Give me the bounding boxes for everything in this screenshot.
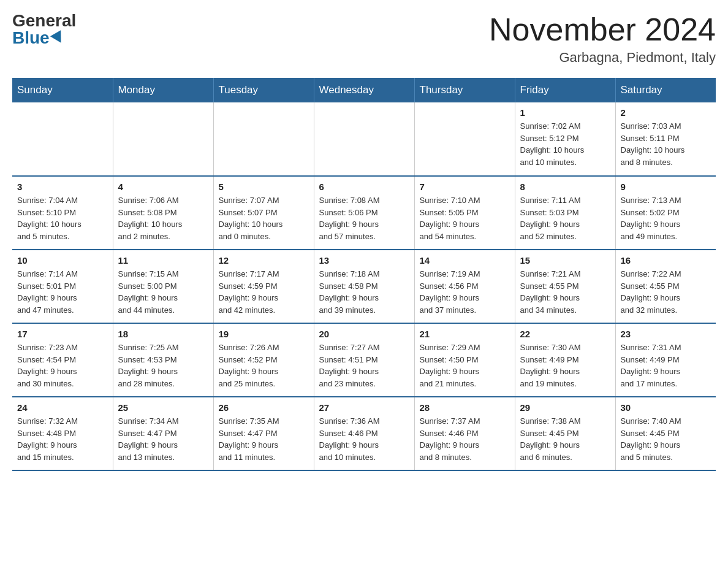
calendar-cell: 23Sunrise: 7:31 AM Sunset: 4:49 PM Dayli…: [615, 323, 716, 397]
day-number: 29: [520, 402, 610, 413]
calendar-cell: 21Sunrise: 7:29 AM Sunset: 4:50 PM Dayli…: [414, 323, 515, 397]
day-number: 13: [319, 255, 409, 266]
day-number: 27: [319, 402, 409, 413]
calendar-cell: 29Sunrise: 7:38 AM Sunset: 4:45 PM Dayli…: [515, 397, 615, 470]
day-info: Sunrise: 7:30 AM Sunset: 4:49 PM Dayligh…: [520, 342, 610, 389]
calendar-cell: [213, 102, 314, 176]
day-info: Sunrise: 7:17 AM Sunset: 4:59 PM Dayligh…: [219, 268, 309, 316]
calendar-cell: 7Sunrise: 7:10 AM Sunset: 5:05 PM Daylig…: [414, 176, 515, 250]
day-number: 25: [118, 402, 208, 413]
day-number: 17: [17, 329, 108, 339]
header-cell-wednesday: Wednesday: [314, 78, 414, 102]
day-info: Sunrise: 7:19 AM Sunset: 4:56 PM Dayligh…: [420, 268, 510, 316]
calendar-cell: 12Sunrise: 7:17 AM Sunset: 4:59 PM Dayli…: [213, 250, 314, 323]
calendar-cell: 1Sunrise: 7:02 AM Sunset: 5:12 PM Daylig…: [515, 102, 615, 176]
day-info: Sunrise: 7:11 AM Sunset: 5:03 PM Dayligh…: [520, 194, 610, 242]
calendar-cell: 27Sunrise: 7:36 AM Sunset: 4:46 PM Dayli…: [314, 397, 414, 470]
day-info: Sunrise: 7:40 AM Sunset: 4:45 PM Dayligh…: [621, 415, 711, 463]
week-row-1: 1Sunrise: 7:02 AM Sunset: 5:12 PM Daylig…: [12, 102, 716, 176]
logo-blue-text: Blue: [12, 29, 64, 47]
day-info: Sunrise: 7:13 AM Sunset: 5:02 PM Dayligh…: [621, 194, 711, 242]
day-info: Sunrise: 7:22 AM Sunset: 4:55 PM Dayligh…: [621, 268, 711, 316]
page-header: General Blue November 2024 Garbagna, Pie…: [12, 12, 716, 66]
calendar-cell: 19Sunrise: 7:26 AM Sunset: 4:52 PM Dayli…: [213, 323, 314, 397]
calendar-cell: 10Sunrise: 7:14 AM Sunset: 5:01 PM Dayli…: [12, 250, 113, 323]
calendar-cell: 25Sunrise: 7:34 AM Sunset: 4:47 PM Dayli…: [113, 397, 213, 470]
title-section: November 2024 Garbagna, Piedmont, Italy: [489, 12, 716, 66]
day-number: 30: [621, 402, 711, 413]
calendar-cell: 18Sunrise: 7:25 AM Sunset: 4:53 PM Dayli…: [113, 323, 213, 397]
day-info: Sunrise: 7:32 AM Sunset: 4:48 PM Dayligh…: [17, 415, 108, 463]
day-number: 9: [621, 182, 711, 192]
day-number: 15: [520, 255, 610, 266]
calendar-cell: 28Sunrise: 7:37 AM Sunset: 4:46 PM Dayli…: [414, 397, 515, 470]
calendar-cell: 15Sunrise: 7:21 AM Sunset: 4:55 PM Dayli…: [515, 250, 615, 323]
header-cell-tuesday: Tuesday: [213, 78, 314, 102]
header-cell-friday: Friday: [515, 78, 615, 102]
day-info: Sunrise: 7:21 AM Sunset: 4:55 PM Dayligh…: [520, 268, 610, 316]
calendar-table: SundayMondayTuesdayWednesdayThursdayFrid…: [12, 78, 716, 471]
calendar-cell: 5Sunrise: 7:07 AM Sunset: 5:07 PM Daylig…: [213, 176, 314, 250]
day-number: 22: [520, 329, 610, 339]
day-number: 26: [219, 402, 309, 413]
calendar-cell: 16Sunrise: 7:22 AM Sunset: 4:55 PM Dayli…: [615, 250, 716, 323]
calendar-cell: 8Sunrise: 7:11 AM Sunset: 5:03 PM Daylig…: [515, 176, 615, 250]
day-number: 21: [420, 329, 510, 339]
calendar-cell: [314, 102, 414, 176]
day-info: Sunrise: 7:14 AM Sunset: 5:01 PM Dayligh…: [17, 268, 108, 316]
day-info: Sunrise: 7:02 AM Sunset: 5:12 PM Dayligh…: [520, 120, 610, 168]
calendar-cell: 14Sunrise: 7:19 AM Sunset: 4:56 PM Dayli…: [414, 250, 515, 323]
day-number: 12: [219, 255, 309, 266]
day-number: 16: [621, 255, 711, 266]
header-cell-saturday: Saturday: [615, 78, 716, 102]
location-text: Garbagna, Piedmont, Italy: [489, 50, 716, 66]
calendar-cell: 9Sunrise: 7:13 AM Sunset: 5:02 PM Daylig…: [615, 176, 716, 250]
week-row-4: 17Sunrise: 7:23 AM Sunset: 4:54 PM Dayli…: [12, 323, 716, 397]
day-info: Sunrise: 7:06 AM Sunset: 5:08 PM Dayligh…: [118, 194, 208, 242]
calendar-cell: 11Sunrise: 7:15 AM Sunset: 5:00 PM Dayli…: [113, 250, 213, 323]
day-info: Sunrise: 7:27 AM Sunset: 4:51 PM Dayligh…: [319, 342, 409, 389]
header-cell-monday: Monday: [113, 78, 213, 102]
day-number: 19: [219, 329, 309, 339]
day-number: 14: [420, 255, 510, 266]
week-row-5: 24Sunrise: 7:32 AM Sunset: 4:48 PM Dayli…: [12, 397, 716, 470]
calendar-cell: 2Sunrise: 7:03 AM Sunset: 5:11 PM Daylig…: [615, 102, 716, 176]
day-info: Sunrise: 7:10 AM Sunset: 5:05 PM Dayligh…: [420, 194, 510, 242]
day-info: Sunrise: 7:23 AM Sunset: 4:54 PM Dayligh…: [17, 342, 108, 389]
day-number: 1: [520, 107, 610, 118]
day-info: Sunrise: 7:04 AM Sunset: 5:10 PM Dayligh…: [17, 194, 108, 242]
day-info: Sunrise: 7:36 AM Sunset: 4:46 PM Dayligh…: [319, 415, 409, 463]
day-info: Sunrise: 7:15 AM Sunset: 5:00 PM Dayligh…: [118, 268, 208, 316]
calendar-cell: 24Sunrise: 7:32 AM Sunset: 4:48 PM Dayli…: [12, 397, 113, 470]
header-cell-sunday: Sunday: [12, 78, 113, 102]
day-number: 24: [17, 402, 108, 413]
calendar-cell: 22Sunrise: 7:30 AM Sunset: 4:49 PM Dayli…: [515, 323, 615, 397]
day-number: 10: [17, 255, 108, 266]
calendar-cell: 26Sunrise: 7:35 AM Sunset: 4:47 PM Dayli…: [213, 397, 314, 470]
day-info: Sunrise: 7:34 AM Sunset: 4:47 PM Dayligh…: [118, 415, 208, 463]
calendar-cell: 4Sunrise: 7:06 AM Sunset: 5:08 PM Daylig…: [113, 176, 213, 250]
day-number: 28: [420, 402, 510, 413]
calendar-cell: 30Sunrise: 7:40 AM Sunset: 4:45 PM Dayli…: [615, 397, 716, 470]
header-row: SundayMondayTuesdayWednesdayThursdayFrid…: [12, 78, 716, 102]
day-number: 11: [118, 255, 208, 266]
calendar-cell: [113, 102, 213, 176]
day-info: Sunrise: 7:08 AM Sunset: 5:06 PM Dayligh…: [319, 194, 409, 242]
month-title: November 2024: [489, 12, 716, 47]
day-number: 8: [520, 182, 610, 192]
day-number: 7: [420, 182, 510, 192]
calendar-cell: [12, 102, 113, 176]
logo-general-text: General: [12, 12, 76, 29]
calendar-cell: 17Sunrise: 7:23 AM Sunset: 4:54 PM Dayli…: [12, 323, 113, 397]
day-info: Sunrise: 7:25 AM Sunset: 4:53 PM Dayligh…: [118, 342, 208, 389]
day-info: Sunrise: 7:38 AM Sunset: 4:45 PM Dayligh…: [520, 415, 610, 463]
day-number: 5: [219, 182, 309, 192]
day-info: Sunrise: 7:35 AM Sunset: 4:47 PM Dayligh…: [219, 415, 309, 463]
day-number: 20: [319, 329, 409, 339]
logo: General Blue: [12, 12, 76, 47]
day-info: Sunrise: 7:03 AM Sunset: 5:11 PM Dayligh…: [621, 120, 711, 168]
day-number: 3: [17, 182, 108, 192]
logo-triangle-icon: [50, 30, 66, 46]
day-info: Sunrise: 7:37 AM Sunset: 4:46 PM Dayligh…: [420, 415, 510, 463]
day-info: Sunrise: 7:07 AM Sunset: 5:07 PM Dayligh…: [219, 194, 309, 242]
